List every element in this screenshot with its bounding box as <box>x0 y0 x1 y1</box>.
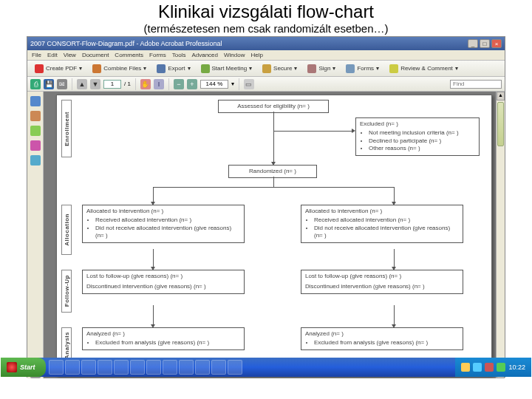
page-total: / 1 <box>124 81 131 87</box>
toolbar-nav: ⎙ 💾 ✉ ▲ ▼ / 1 ✋ I − + ▾ ▭ <box>27 77 505 92</box>
phase-enrollment: Enrollment <box>61 100 72 157</box>
task-button[interactable] <box>49 360 64 375</box>
menu-help[interactable]: Help <box>250 52 262 58</box>
task-button[interactable] <box>146 360 161 375</box>
box-randomized: Randomized (n= ) <box>228 165 317 178</box>
phase-allocation: Allocation <box>61 205 72 255</box>
pdf-icon <box>35 64 44 73</box>
menu-forms[interactable]: Forms <box>149 52 166 58</box>
start-button[interactable]: Start <box>1 358 46 377</box>
export-icon <box>157 64 166 73</box>
page-down-button[interactable]: ▼ <box>90 79 100 89</box>
zoom-input[interactable] <box>200 80 228 89</box>
taskbar: Start 10:22 <box>1 358 531 377</box>
zoom-out-button[interactable]: − <box>174 79 184 89</box>
task-button[interactable] <box>65 360 80 375</box>
windows-icon <box>7 362 17 372</box>
menu-tools[interactable]: Tools <box>172 52 186 58</box>
select-tool-button[interactable]: I <box>154 79 164 89</box>
system-tray: 10:22 <box>455 358 531 377</box>
review-button[interactable]: Review & Comment▾ <box>385 63 463 75</box>
acrobat-window: 2007 CONSORT-Flow-Diagram.pdf - Adobe Ac… <box>27 36 505 378</box>
menu-document[interactable]: Document <box>82 52 109 58</box>
window-title: 2007 CONSORT-Flow-Diagram.pdf - Adobe Ac… <box>30 40 222 47</box>
box-alloc-left: Allocated to intervention (n= ) Received… <box>82 205 245 243</box>
print-button[interactable]: ⎙ <box>30 79 41 89</box>
scroll-up-button[interactable]: ▲ <box>497 92 505 100</box>
tray-icon[interactable] <box>473 363 482 372</box>
titlebar: 2007 CONSORT-Flow-Diagram.pdf - Adobe Ac… <box>27 37 505 50</box>
tray-icon[interactable] <box>485 363 494 372</box>
close-button[interactable]: × <box>491 39 502 48</box>
box-followup-left: Lost to follow-up (give reasons) (n= ) D… <box>82 270 245 294</box>
lock-icon <box>262 64 271 73</box>
forms-icon <box>346 64 355 73</box>
box-alloc-right: Allocated to intervention (n= ) Received… <box>301 205 463 243</box>
task-button[interactable] <box>81 360 96 375</box>
task-button[interactable] <box>228 360 242 375</box>
meeting-icon <box>201 64 210 73</box>
document-viewport[interactable]: Enrollment Allocation Follow-Up Analysis… <box>44 92 505 378</box>
page-up-button[interactable]: ▲ <box>77 79 87 89</box>
box-excluded: Excluded (n= ) Not meeting inclusion cri… <box>355 117 480 156</box>
workarea: Enrollment Allocation Follow-Up Analysis… <box>27 92 505 378</box>
box-analysis-right: Analyzed (n= ) Excluded from analysis (g… <box>301 327 463 350</box>
box-followup-right: Lost to follow-up (give reasons) (n= ) D… <box>301 270 463 294</box>
menu-file[interactable]: File <box>32 52 41 58</box>
nav-pane <box>27 92 44 378</box>
task-buttons <box>46 360 245 375</box>
start-meeting-button[interactable]: Start Meeting▾ <box>197 63 257 75</box>
task-button[interactable] <box>195 360 210 375</box>
menu-view[interactable]: View <box>64 52 76 58</box>
task-button[interactable] <box>130 360 145 375</box>
clock[interactable]: 10:22 <box>508 364 525 371</box>
menu-window[interactable]: Window <box>224 52 245 58</box>
chevron-down-icon[interactable]: ▾ <box>231 81 234 87</box>
task-button[interactable] <box>98 360 112 375</box>
bookmarks-panel-button[interactable] <box>30 111 41 121</box>
slide-subtitle: (természetesen nem csak randomizált eset… <box>0 22 532 35</box>
tray-icon[interactable] <box>461 363 470 372</box>
minimize-button[interactable]: _ <box>468 39 478 48</box>
task-button[interactable] <box>114 360 129 375</box>
zoom-in-button[interactable]: + <box>187 79 197 89</box>
export-button[interactable]: Export▾ <box>152 63 194 75</box>
toolbar-primary: Create PDF▾ Combine Files▾ Export▾ Start… <box>27 61 505 77</box>
forms-button[interactable]: Forms▾ <box>341 63 383 75</box>
menubar: File Edit View Document Comments Forms T… <box>27 50 505 61</box>
scroll-thumb[interactable] <box>497 102 504 146</box>
scrollbar-vertical[interactable]: ▲ ▼ <box>496 92 505 378</box>
sign-button[interactable]: Sign▾ <box>303 63 340 75</box>
create-pdf-button[interactable]: Create PDF▾ <box>30 63 86 75</box>
comments-panel-button[interactable] <box>30 155 41 166</box>
attachments-panel-button[interactable] <box>30 140 41 151</box>
fit-page-button[interactable]: ▭ <box>244 79 254 89</box>
chevron-down-icon: ▾ <box>79 65 82 72</box>
save-button[interactable]: 💾 <box>44 79 54 89</box>
pdf-page: Enrollment Allocation Follow-Up Analysis… <box>56 95 492 375</box>
email-button[interactable]: ✉ <box>57 79 67 89</box>
task-button[interactable] <box>179 360 194 375</box>
review-icon <box>389 64 398 73</box>
page-number-input[interactable] <box>103 80 121 89</box>
maximize-button[interactable]: □ <box>480 39 490 48</box>
signatures-panel-button[interactable] <box>30 126 41 136</box>
combine-files-button[interactable]: Combine Files▾ <box>88 63 151 75</box>
task-button[interactable] <box>211 360 226 375</box>
box-analysis-left: Analyzed (n= ) Excluded from analysis (g… <box>82 327 245 350</box>
sign-icon <box>307 64 316 73</box>
menu-comments[interactable]: Comments <box>115 52 143 58</box>
find-input[interactable] <box>450 80 502 89</box>
menu-edit[interactable]: Edit <box>47 52 58 58</box>
tray-icon[interactable] <box>497 363 505 372</box>
menu-advanced[interactable]: Advanced <box>191 52 218 58</box>
combine-icon <box>92 64 101 73</box>
task-button[interactable] <box>163 360 177 375</box>
slide-title: Klinikai vizsgálati flow-chart <box>0 1 532 22</box>
secure-button[interactable]: Secure▾ <box>258 63 301 75</box>
pages-panel-button[interactable] <box>30 96 41 106</box>
phase-followup: Follow-Up <box>61 270 72 313</box>
hand-tool-button[interactable]: ✋ <box>140 79 151 89</box>
